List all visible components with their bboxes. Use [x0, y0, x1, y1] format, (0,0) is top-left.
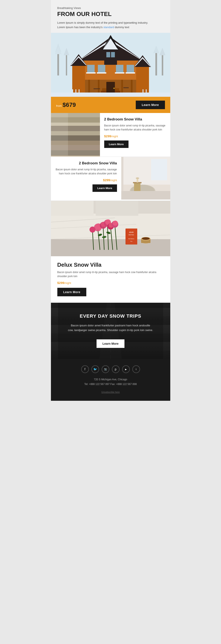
svg-rect-61	[51, 113, 100, 156]
svg-rect-15	[86, 72, 96, 74]
card1-image	[51, 113, 100, 156]
unsubscribe-link[interactable]: Unsubscribe here	[55, 391, 166, 398]
svg-point-70	[136, 177, 139, 179]
hero-price: $679	[63, 102, 76, 108]
snow-trips-section: EVERY DAY SNOW TRIPS Bacon ipsum dolor a…	[51, 303, 170, 359]
svg-rect-18	[126, 72, 135, 74]
price-bar: from $679 Learn More	[51, 97, 170, 113]
svg-text:MOYES: MOYES	[128, 234, 134, 236]
svg-rect-17	[115, 72, 124, 74]
svg-rect-14	[126, 65, 134, 73]
card2-learn-more-button[interactable]: Learn More	[92, 184, 117, 192]
header-description: Lorem Ipsum is simply dummy text of the …	[57, 21, 164, 30]
card1-price: $299/night	[104, 134, 166, 138]
full-width-image: JOJO MOYES Me Before You	[51, 201, 170, 256]
facebook-icon[interactable]: f	[81, 366, 89, 373]
card2-content: 2 Bedroom Snow Villa Bacon ipsum dolor a…	[51, 157, 121, 200]
price-wrapper: from $679	[56, 102, 76, 108]
svg-rect-23	[131, 80, 132, 95]
svg-rect-12	[98, 65, 105, 73]
svg-rect-64	[151, 159, 167, 180]
svg-rect-4	[66, 54, 67, 76]
card2-price: $299/night	[55, 178, 117, 182]
card2-image	[121, 157, 170, 200]
address: 720 S Michigan Ave, Chicago	[55, 377, 166, 382]
svg-text:Me Before: Me Before	[128, 238, 134, 240]
svg-rect-48	[149, 89, 150, 94]
card2-description: Bacon ipsum dolor amet rump tri-tip pica…	[55, 168, 117, 176]
svg-rect-46	[142, 89, 144, 94]
card2-title: 2 Bedroom Snow Villa	[55, 161, 117, 166]
svg-rect-16	[97, 72, 106, 74]
twitter-icon[interactable]: 🐦	[92, 366, 99, 373]
svg-rect-42	[51, 92, 170, 97]
description-text2: Lorem Ipsum has been the industry's	[57, 26, 103, 29]
card2-per-night: /night	[110, 179, 117, 182]
description-link[interactable]: standard	[103, 26, 114, 29]
hero-learn-more-button[interactable]: Learn More	[136, 100, 165, 109]
svg-rect-45	[79, 89, 80, 94]
tel-fax: Tel: +888 122 567 897 Fax: +888 122 567 …	[55, 382, 166, 387]
svg-rect-21	[98, 80, 100, 95]
svg-rect-44	[76, 89, 76, 94]
card1-price-value: $299	[104, 134, 111, 138]
card1-title: 2 Bedroom Snow Villa	[104, 117, 166, 122]
snow-trips-content: EVERY DAY SNOW TRIPS Bacon ipsum dolor a…	[57, 313, 164, 348]
delux-title: Delux Snow Villa	[57, 262, 164, 268]
instagram-icon[interactable]: 📷	[102, 366, 109, 373]
delux-price: $299/night	[57, 281, 164, 284]
svg-rect-36	[104, 50, 117, 65]
svg-rect-81	[96, 201, 138, 216]
svg-rect-22	[121, 80, 123, 95]
contact-info: 720 S Michigan Ave, Chicago Tel: +888 12…	[55, 377, 166, 386]
social-icons-group: f 🐦 📷 p ▶ t	[55, 366, 166, 373]
svg-rect-67	[134, 182, 140, 191]
tumblr-icon[interactable]: t	[132, 366, 140, 373]
svg-rect-80	[51, 201, 94, 216]
delux-price-value: $299	[57, 281, 64, 284]
svg-point-97	[113, 221, 118, 226]
delux-per-night: /night	[64, 282, 71, 284]
delux-section: Delux Snow Villa Bacon ipsum dolor amet …	[51, 256, 170, 303]
page-title: FROM OUR HOTEL	[57, 11, 164, 18]
svg-rect-20	[88, 80, 90, 95]
svg-rect-50	[124, 87, 129, 88]
svg-rect-79	[51, 239, 170, 256]
card1-description: Bacon ipsum dolor amet rump tri-tip pica…	[104, 124, 166, 132]
description-text3: dummy text	[115, 26, 129, 29]
svg-text:JOJO: JOJO	[129, 231, 134, 233]
snow-trips-learn-more-button[interactable]: Learn More	[96, 339, 125, 348]
delux-learn-more-button[interactable]: Learn More	[57, 288, 86, 296]
from-label: from	[56, 104, 62, 108]
svg-rect-13	[116, 65, 124, 73]
footer-section: f 🐦 📷 p ▶ t 720 S Michigan Ave, Chicago …	[51, 359, 170, 401]
description-text1: Lorem Ipsum is simply dummy text of the …	[57, 21, 148, 24]
svg-text:You: You	[130, 241, 132, 242]
svg-point-27	[114, 88, 115, 89]
svg-rect-49	[94, 88, 100, 89]
card2-price-value: $299	[103, 178, 110, 182]
card2: 2 Bedroom Snow Villa Bacon ipsum dolor a…	[51, 157, 170, 200]
header-section: Breathtaking Views FROM OUR HOTEL Lorem …	[51, 0, 170, 33]
svg-rect-37	[106, 52, 110, 57]
svg-rect-6	[155, 52, 157, 76]
hero-image	[51, 33, 170, 97]
card1: 2 Bedroom Snow Villa Bacon ipsum dolor a…	[51, 113, 170, 156]
svg-point-98	[90, 226, 96, 232]
house-illustration	[51, 33, 170, 97]
svg-rect-38	[111, 52, 115, 57]
svg-rect-11	[87, 65, 94, 73]
svg-rect-47	[146, 89, 146, 94]
youtube-icon[interactable]: ▶	[122, 366, 130, 373]
svg-point-111	[142, 237, 150, 240]
svg-rect-8	[162, 54, 163, 76]
snow-trips-title: EVERY DAY SNOW TRIPS	[57, 313, 164, 319]
card1-content: 2 Bedroom Snow Villa Bacon ipsum dolor a…	[100, 113, 170, 156]
header-subtitle: Breathtaking Views	[57, 6, 164, 10]
svg-rect-43	[72, 89, 73, 94]
snow-trips-description: Bacon ipsum dolor amet frankfurter pastr…	[68, 323, 153, 332]
card1-per-night: /night	[111, 135, 118, 138]
svg-rect-72	[121, 191, 170, 200]
card1-learn-more-button[interactable]: Learn More	[104, 140, 128, 148]
pinterest-icon[interactable]: p	[112, 366, 120, 373]
